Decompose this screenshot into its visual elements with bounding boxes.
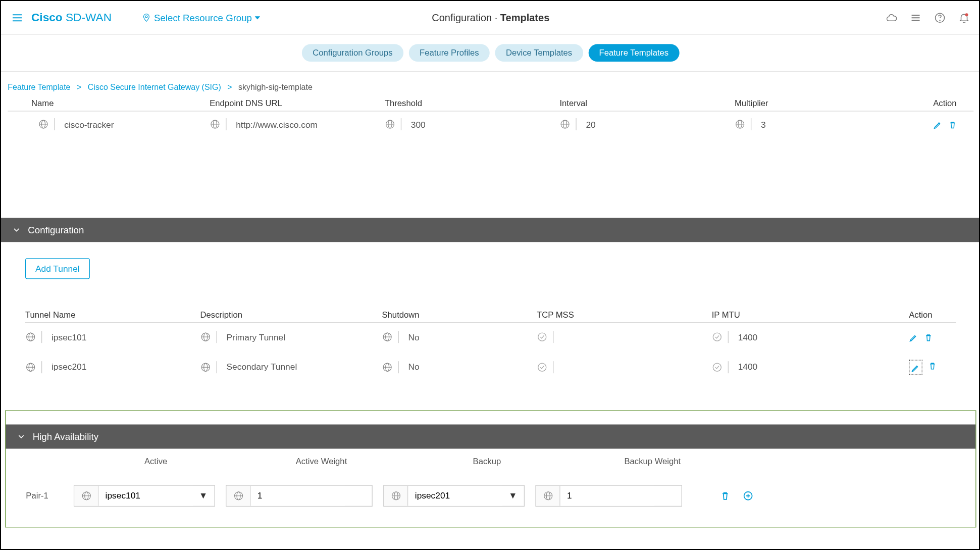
check-icon [537, 332, 547, 342]
tracker-threshold: 300 [411, 119, 426, 129]
active-weight-input[interactable] [226, 485, 373, 507]
col-action: Action [933, 98, 973, 108]
tracker-multiplier: 3 [761, 119, 766, 129]
col-active: Active [73, 457, 239, 466]
tab-feature-profiles[interactable]: Feature Profiles [409, 44, 490, 62]
globe-icon [25, 362, 36, 372]
globe-icon [210, 119, 220, 129]
help-icon[interactable] [934, 12, 946, 24]
breadcrumb-feature-template[interactable]: Feature Template [8, 82, 70, 92]
tab-device-templates[interactable]: Device Templates [495, 44, 583, 62]
cloud-icon[interactable] [886, 12, 898, 24]
col-tcp-mss: TCP MSS [537, 310, 712, 320]
col-active-weight: Active Weight [239, 457, 404, 466]
svg-point-36 [713, 333, 721, 341]
chevron-down-icon [12, 225, 21, 235]
col-description: Description [200, 310, 382, 320]
bell-icon[interactable] [958, 12, 970, 24]
tracker-row: cisco-tracker http://www.cisco.com 300 2… [8, 112, 973, 137]
delete-icon[interactable] [928, 360, 938, 374]
svg-point-3 [145, 15, 147, 17]
section-title: High Availability [33, 431, 98, 441]
col-threshold: Threshold [385, 98, 560, 108]
col-backup: Backup [404, 457, 570, 466]
col-ip-mtu: IP MTU [712, 310, 909, 320]
edit-icon[interactable] [933, 119, 943, 130]
chevron-down-icon: ▼ [508, 490, 524, 501]
page-title: Configuration · Templates [432, 12, 549, 23]
col-backup-weight: Backup Weight [570, 457, 735, 466]
breadcrumb-current: skyhigh-sig-template [238, 82, 313, 92]
pair-label: Pair-1 [26, 491, 63, 501]
globe-icon [38, 119, 48, 129]
chevron-down-icon: ▼ [199, 490, 214, 501]
globe-icon [200, 362, 211, 372]
ha-pair-row: Pair-1 ▼ ▼ [6, 466, 975, 507]
tab-configuration-groups[interactable]: Configuration Groups [302, 44, 403, 62]
section-configuration[interactable]: Configuration [1, 218, 980, 242]
tab-feature-templates[interactable]: Feature Templates [588, 44, 679, 62]
resource-group-selector[interactable]: Select Resource Group [142, 12, 260, 23]
svg-point-9 [940, 20, 940, 20]
add-tunnel-button[interactable]: Add Tunnel [25, 258, 90, 279]
breadcrumb-sig[interactable]: Cisco Secure Internet Gateway (SIG) [88, 82, 221, 92]
globe-icon [559, 119, 570, 129]
col-name: Name [8, 98, 210, 108]
delete-icon[interactable] [924, 332, 934, 342]
high-availability-panel: High Availability Active Active Weight B… [5, 410, 976, 527]
tunnel-row: ipsec201 Secondary Tunnel No 1400 [25, 352, 956, 383]
globe-icon [382, 332, 392, 342]
check-icon [712, 362, 723, 372]
edit-icon[interactable] [909, 360, 922, 374]
chevron-down-icon [17, 432, 26, 441]
tab-row: Configuration Groups Feature Profiles De… [1, 35, 980, 72]
section-title: Configuration [28, 225, 84, 235]
col-url: Endpoint DNS URL [210, 98, 385, 108]
col-tunnel-name: Tunnel Name [25, 310, 200, 320]
check-icon [537, 362, 547, 372]
add-icon[interactable] [743, 490, 753, 501]
backup-tunnel-select[interactable]: ▼ [383, 485, 525, 507]
tracker-name: cisco-tracker [64, 119, 114, 129]
hamburger-icon[interactable] [11, 11, 23, 25]
col-shutdown: Shutdown [382, 310, 537, 320]
section-high-availability[interactable]: High Availability [6, 424, 975, 448]
list-icon[interactable] [910, 12, 922, 24]
tracker-url: http://www.cisco.com [236, 119, 318, 129]
check-icon [712, 332, 723, 342]
col-interval: Interval [559, 98, 735, 108]
breadcrumb: Feature Template > Cisco Secure Internet… [1, 72, 980, 98]
edit-icon[interactable] [909, 332, 918, 342]
globe-icon [735, 119, 745, 129]
globe-icon [385, 119, 395, 129]
svg-point-47 [713, 363, 721, 371]
backup-weight-input[interactable] [535, 485, 682, 507]
svg-point-46 [538, 363, 546, 371]
col-action: Action [909, 310, 956, 320]
topbar: Cisco SD-WAN Select Resource Group Confi… [1, 1, 980, 35]
delete-icon[interactable] [948, 119, 958, 130]
active-tunnel-select[interactable]: ▼ [74, 485, 215, 507]
col-multiplier: Multiplier [735, 98, 933, 108]
delete-icon[interactable] [720, 490, 731, 501]
tracker-interval: 20 [586, 119, 595, 129]
globe-icon [200, 332, 211, 342]
globe-icon [25, 332, 36, 342]
svg-point-10 [965, 13, 968, 16]
globe-icon [382, 362, 392, 372]
brand: Cisco SD-WAN [31, 11, 112, 24]
svg-point-35 [538, 333, 546, 341]
tunnel-row: ipsec101 Primary Tunnel No 1400 [25, 323, 956, 352]
svg-marker-4 [254, 16, 260, 19]
